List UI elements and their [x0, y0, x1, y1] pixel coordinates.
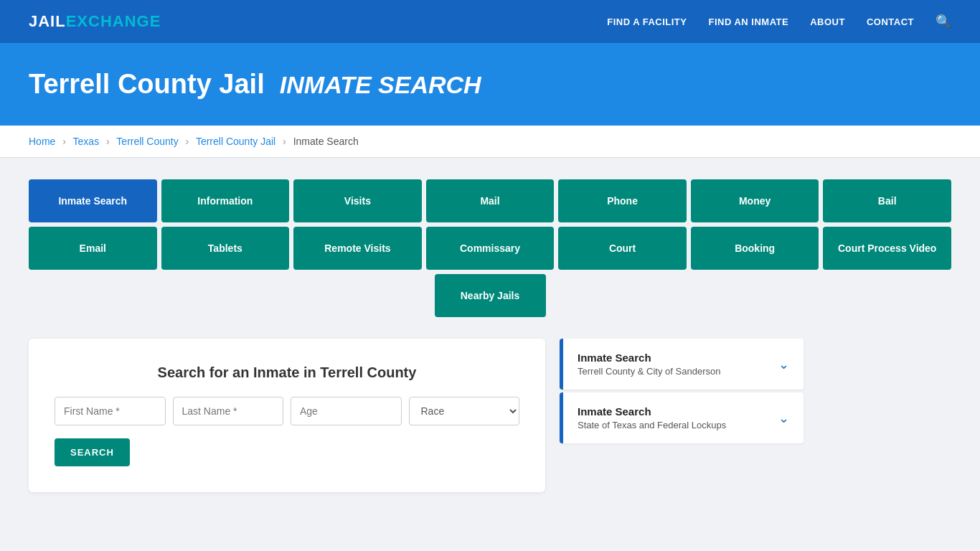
- logo-jail: JAIL: [29, 12, 66, 31]
- search-fields: Race White Black Hispanic Asian Other: [55, 397, 519, 425]
- tabs-row-1: Inmate Search Information Visits Mail Ph…: [29, 179, 951, 222]
- hero-banner: Terrell County Jail INMATE SEARCH: [0, 43, 980, 126]
- chevron-down-icon-local: ⌄: [778, 357, 789, 372]
- main-nav: FIND A FACILITY FIND AN INMATE ABOUT CON…: [607, 14, 951, 29]
- tab-money[interactable]: Money: [691, 179, 819, 222]
- tab-phone[interactable]: Phone: [558, 179, 687, 222]
- sidebar-card-state[interactable]: Inmate Search State of Texas and Federal…: [560, 392, 804, 443]
- tab-mail[interactable]: Mail: [426, 179, 555, 222]
- nav-about[interactable]: ABOUT: [810, 17, 845, 27]
- last-name-input[interactable]: [173, 397, 284, 425]
- sidebar: Inmate Search Terrell County & City of S…: [560, 339, 804, 443]
- main-content: Inmate Search Information Visits Mail Ph…: [0, 158, 980, 514]
- tab-commissary[interactable]: Commissary: [426, 227, 555, 270]
- card-text-local: Inmate Search Terrell County & City of S…: [578, 352, 720, 377]
- breadcrumb-home[interactable]: Home: [29, 136, 55, 147]
- breadcrumb-current: Inmate Search: [293, 136, 359, 147]
- nav-find-inmate[interactable]: FIND AN INMATE: [708, 17, 788, 27]
- search-icon[interactable]: 🔍: [936, 14, 951, 29]
- card-subtitle-state: State of Texas and Federal Lockups: [578, 420, 726, 430]
- tab-court-process-video[interactable]: Court Process Video: [823, 227, 951, 270]
- page-title: Terrell County Jail INMATE SEARCH: [29, 69, 951, 100]
- tab-tablets[interactable]: Tablets: [161, 227, 290, 270]
- search-box-title: Search for an Inmate in Terrell County: [55, 364, 519, 381]
- search-box: Search for an Inmate in Terrell County R…: [29, 339, 545, 492]
- search-button[interactable]: SEARCH: [55, 438, 130, 466]
- tab-nearby-jails[interactable]: Nearby Jails: [435, 274, 546, 317]
- site-header: JAILEXCHANGE FIND A FACILITY FIND AN INM…: [0, 0, 980, 43]
- card-subtitle-local: Terrell County & City of Sanderson: [578, 366, 720, 377]
- breadcrumb: Home › Texas › Terrell County › Terrell …: [0, 126, 980, 158]
- tab-booking[interactable]: Booking: [691, 227, 819, 270]
- nav-find-facility[interactable]: FIND A FACILITY: [607, 17, 687, 27]
- breadcrumb-terrell-county[interactable]: Terrell County: [116, 136, 178, 147]
- tabs-row-3: Nearby Jails: [29, 274, 951, 317]
- breadcrumb-sep-2: ›: [106, 136, 110, 147]
- chevron-down-icon-state: ⌄: [778, 410, 789, 426]
- tabs-row-2: Email Tablets Remote Visits Commissary C…: [29, 227, 951, 270]
- tab-bail[interactable]: Bail: [823, 179, 951, 222]
- lower-section: Search for an Inmate in Terrell County R…: [29, 339, 951, 492]
- breadcrumb-sep-1: ›: [62, 136, 66, 147]
- hero-title-italic: INMATE SEARCH: [280, 71, 481, 98]
- tab-remote-visits[interactable]: Remote Visits: [293, 227, 422, 270]
- logo-exchange: EXCHANGE: [66, 12, 161, 31]
- card-text-state: Inmate Search State of Texas and Federal…: [578, 405, 726, 430]
- tab-information[interactable]: Information: [161, 179, 290, 222]
- age-input[interactable]: [291, 397, 402, 425]
- race-select[interactable]: Race White Black Hispanic Asian Other: [409, 397, 520, 425]
- tab-court[interactable]: Court: [558, 227, 687, 270]
- nav-contact[interactable]: CONTACT: [867, 17, 914, 27]
- hero-title-main: Terrell County Jail: [29, 69, 265, 99]
- sidebar-card-local[interactable]: Inmate Search Terrell County & City of S…: [560, 339, 804, 390]
- breadcrumb-terrell-county-jail[interactable]: Terrell County Jail: [196, 136, 275, 147]
- breadcrumb-texas[interactable]: Texas: [73, 136, 100, 147]
- tab-inmate-search[interactable]: Inmate Search: [29, 179, 157, 222]
- tab-visits[interactable]: Visits: [293, 179, 422, 222]
- tab-email[interactable]: Email: [29, 227, 157, 270]
- breadcrumb-sep-4: ›: [283, 136, 286, 147]
- card-title-state: Inmate Search: [578, 405, 726, 418]
- breadcrumb-sep-3: ›: [186, 136, 189, 147]
- site-logo[interactable]: JAILEXCHANGE: [29, 12, 161, 31]
- first-name-input[interactable]: [55, 397, 166, 425]
- card-title-local: Inmate Search: [578, 352, 720, 364]
